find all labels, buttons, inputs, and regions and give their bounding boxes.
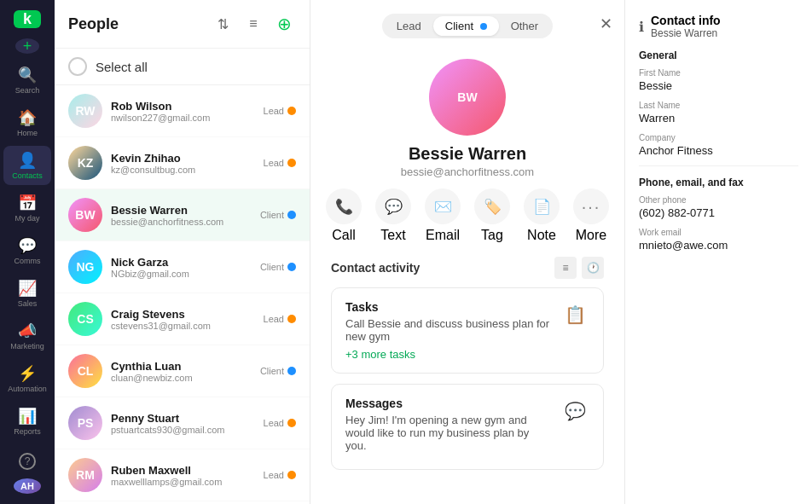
sidebar-item-automation[interactable]: ⚡ Automation [3,359,51,398]
badge-dot [287,211,296,219]
contact-badge: Lead [264,470,296,480]
profile-name: Bessie Warren [409,144,526,164]
badge-label: Lead [264,106,284,116]
sidebar-item-marketing[interactable]: 📣 Marketing [3,316,51,356]
tag-icon: 🏷️ [474,188,510,224]
avatar: BW [68,198,102,232]
sort-button[interactable]: ⇅ [211,12,235,36]
badge-dot [287,263,296,271]
text-button[interactable]: 💬 Text [375,188,411,243]
list-item[interactable]: PS Penny Stuart pstuartcats930@gmail.com… [55,397,310,449]
calendar-icon: 📅 [18,194,37,212]
avatar-initials: KZ [68,146,102,180]
user-avatar[interactable]: AH [14,478,41,494]
list-item[interactable]: CS Craig Stevens cstevens31@gmail.com Le… [55,293,310,345]
company-value: Anchor Fitness [639,144,798,157]
type-toggle: Lead Client Other [382,14,553,38]
app-logo: k [14,10,41,28]
sidebar-item-myday[interactable]: 📅 My day [3,188,51,228]
sidebar-item-contacts[interactable]: 👤 Contacts [3,146,51,185]
sidebar-item-comms[interactable]: 💬 Comms [3,231,51,270]
more-button[interactable]: ··· More [573,188,609,243]
avatar: CS [68,302,102,336]
badge-dot [287,159,296,167]
add-contact-button[interactable]: ⊕ [272,12,296,36]
contact-info: Bessie Warren bessie@anchorfitness.com [111,204,252,227]
tasks-card-content: Tasks Call Bessie and discuss business p… [345,300,552,361]
section-divider [639,165,798,166]
last-name-value: Warren [639,112,798,125]
profile-avatar: BW [429,59,506,136]
badge-label: Client [260,210,284,220]
contact-info: Cynthia Luan cluan@newbiz.com [111,360,252,383]
filter-button[interactable]: ≡ [241,12,265,36]
close-button[interactable]: ✕ [594,12,618,36]
tag-button[interactable]: 🏷️ Tag [474,188,510,243]
tasks-link[interactable]: +3 more tasks [345,348,552,361]
sidebar-item-home[interactable]: 🏠 Home [3,103,51,142]
avatar-initials: BW [68,198,102,232]
people-panel: People ⇅ ≡ ⊕ Select all RW Rob Wilson nw… [55,0,310,504]
toggle-client[interactable]: Client [433,16,499,36]
last-name-field: Last Name Warren [639,101,798,125]
list-item[interactable]: BW Bessie Warren bessie@anchorfitness.co… [55,189,310,241]
list-item[interactable]: RM Ruben Maxwell maxwelllamps@gmail.com … [55,449,310,501]
badge-label: Lead [264,418,284,428]
first-name-value: Bessie [639,79,798,92]
activity-section: Contact activity ≡ 🕐 Tasks Call Bessie a… [331,257,604,480]
email-icon: ✉️ [425,188,461,224]
avatar: RW [68,94,102,128]
avatar: NG [68,250,102,284]
call-button[interactable]: 📞 Call [326,188,362,243]
badge-label: Lead [264,470,284,480]
activity-header: Contact activity ≡ 🕐 [331,257,604,279]
contact-badge: Lead [264,106,296,116]
tasks-description: Call Bessie and discuss business plan fo… [345,317,552,343]
tasks-title: Tasks [345,300,552,314]
work-email-label: Work email [639,228,798,237]
contact-list: RW Rob Wilson nwilson227@gmail.com Lead … [55,85,310,504]
contact-name: Penny Stuart [111,412,255,425]
avatar: PS [68,406,102,440]
badge-dot [287,367,296,375]
badge-dot [287,107,296,115]
avatar-initials: NG [68,250,102,284]
contact-email: pstuartcats930@gmail.com [111,425,255,435]
call-icon: 📞 [326,188,362,224]
list-item[interactable]: CL Cynthia Luan cluan@newbiz.com Client [55,345,310,397]
note-button[interactable]: 📄 Note [524,188,560,243]
nav-add-button[interactable]: + [15,38,39,54]
messages-description: Hey Jim! I'm opening a new gym and would… [345,414,552,452]
messages-icon: 💬 [560,397,589,426]
contact-email: nwilson227@gmail.com [111,113,255,123]
email-button[interactable]: ✉️ Email [425,188,461,243]
contact-name: Rob Wilson [111,100,255,113]
reports-icon: 📊 [18,407,37,426]
profile-email: bessie@anchorfitness.com [401,165,534,178]
sidebar-item-sales[interactable]: 📈 Sales [3,274,51,313]
search-icon: 🔍 [18,66,37,84]
toggle-other[interactable]: Other [499,16,551,36]
text-icon: 💬 [375,188,411,224]
activity-list-icon[interactable]: ≡ [554,257,577,279]
list-item[interactable]: NG Nick Garza NGbiz@gmail.com Client [55,241,310,293]
contact-email: bessie@anchorfitness.com [111,217,252,227]
badge-dot [287,471,296,479]
list-item[interactable]: RW Rob Wilson nwilson227@gmail.com Lead [55,85,310,137]
sidebar-item-search[interactable]: 🔍 Search [3,61,51,100]
contact-info: Penny Stuart pstuartcats930@gmail.com [111,412,255,435]
first-name-field: First Name Bessie [639,68,798,92]
contact-detail: Lead Client Other ✕ BW Bessie Warren bes… [310,0,624,504]
toggle-lead[interactable]: Lead [385,16,433,36]
list-item[interactable]: KZ Kevin Zhihao kz@consultbug.com Lead [55,137,310,189]
main-content: Lead Client Other ✕ BW Bessie Warren bes… [310,0,812,504]
contact-name: Kevin Zhihao [111,152,255,165]
sidebar-item-reports[interactable]: 📊 Reports [3,402,51,441]
badge-label: Lead [264,158,284,168]
activity-clock-icon[interactable]: 🕐 [582,257,604,279]
tasks-icon: 📋 [560,300,589,329]
sidebar-item-help[interactable]: ? [3,448,51,475]
contact-name: Bessie Warren [111,204,252,217]
tasks-card: Tasks Call Bessie and discuss business p… [331,287,604,374]
select-all-checkbox[interactable] [68,57,87,76]
